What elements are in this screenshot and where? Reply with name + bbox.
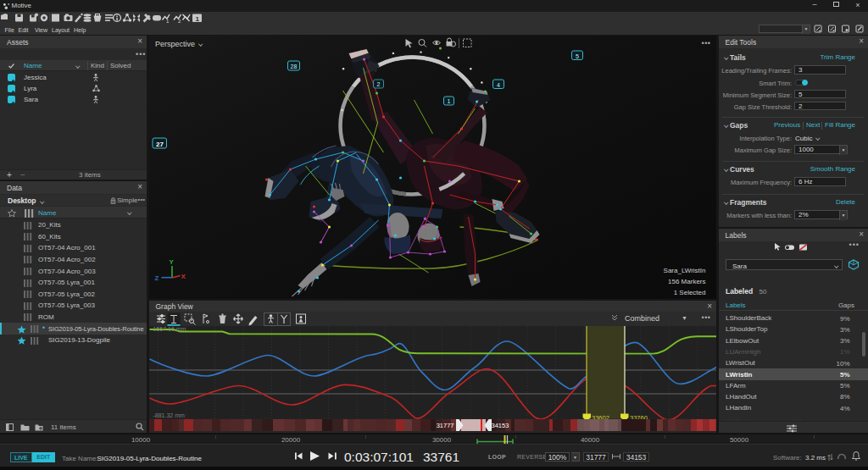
svg-text:30000: 30000 bbox=[432, 436, 452, 444]
svg-text:5: 5 bbox=[576, 53, 579, 59]
svg-text:Z: Z bbox=[154, 274, 159, 282]
svg-text:1: 1 bbox=[166, 19, 170, 24]
svg-text:4: 4 bbox=[497, 82, 500, 88]
svg-text:Sara_LWristIn: Sara_LWristIn bbox=[663, 267, 705, 274]
svg-text:27: 27 bbox=[156, 141, 164, 148]
svg-text:-881.32 mm: -881.32 mm bbox=[153, 412, 185, 418]
svg-text:50000: 50000 bbox=[730, 436, 749, 444]
svg-text:1: 1 bbox=[447, 98, 450, 104]
svg-text:10000: 10000 bbox=[131, 436, 151, 444]
svg-text:156 Markers: 156 Markers bbox=[668, 278, 705, 285]
svg-text:2: 2 bbox=[178, 19, 181, 24]
svg-text:1557.16 mm: 1557.16 mm bbox=[153, 326, 186, 332]
svg-text:40000: 40000 bbox=[581, 436, 600, 444]
svg-text:1: 1 bbox=[196, 15, 200, 23]
svg-text:1 Selected: 1 Selected bbox=[673, 289, 705, 296]
svg-text:20000: 20000 bbox=[281, 436, 301, 444]
svg-text:28: 28 bbox=[290, 64, 297, 69]
svg-text:X: X bbox=[181, 273, 186, 280]
svg-text:Y: Y bbox=[169, 258, 174, 266]
svg-text:2: 2 bbox=[376, 81, 380, 87]
